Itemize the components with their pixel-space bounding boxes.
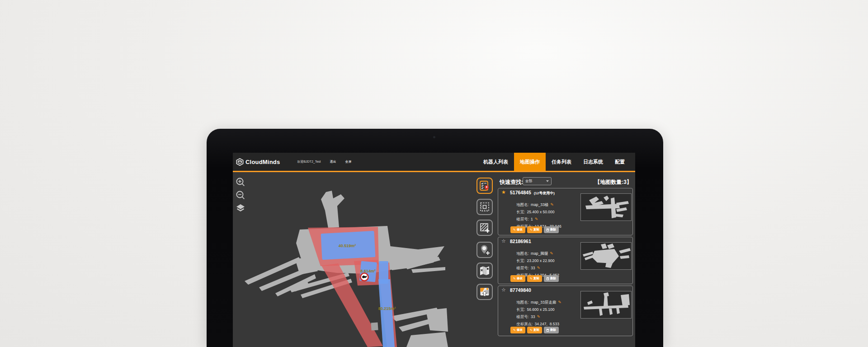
map-tools (235, 177, 247, 214)
favorite-star-icon[interactable]: ★ (501, 189, 506, 195)
zoom-in-button[interactable] (235, 177, 246, 188)
brand-name: CloudMinds (245, 159, 280, 165)
map-card-title: 87749840 (510, 287, 531, 293)
brand: CloudMinds (233, 158, 280, 166)
map-card: ☆ 87749840 地图名:map_33层走廊✎ 长宽:56.600 x 25… (498, 286, 633, 336)
edit-pencil-icon[interactable]: ✎ (558, 300, 561, 305)
map-in-use-suffix: (12号使用中) (534, 191, 555, 195)
nav-item-config[interactable]: 配置 (609, 153, 631, 171)
edit-pencil-icon: ✎ (513, 328, 516, 332)
edit-map-button[interactable]: ✎修改 (510, 226, 525, 233)
trash-icon (547, 329, 549, 332)
map-card: ★ 51764845 (12号使用中) 地图名:map_33楼✎ 长宽:25.4… (498, 188, 633, 235)
map-delete-icon (479, 265, 491, 277)
delete-map-button[interactable]: 删除 (544, 327, 559, 333)
delete-map-button[interactable]: 删除 (544, 226, 559, 233)
delete-map-button[interactable]: 删除 (544, 275, 559, 282)
map-thumbnail[interactable] (580, 291, 632, 319)
card-buttons: ✎修改 ✎复制 删除 (510, 275, 559, 282)
delete-map-tool-button[interactable] (476, 263, 493, 279)
area-label-1: 40.519m² (339, 244, 356, 248)
nav-item-robot-list[interactable]: 机器人列表 (477, 153, 514, 171)
map-id: 51764845 (510, 190, 531, 195)
map-thumbnail[interactable] (580, 242, 632, 270)
edit-pencil-icon: ✎ (530, 228, 533, 232)
edit-pencil-icon: ✎ (513, 228, 516, 232)
edit-pencil-icon: ✎ (513, 277, 516, 281)
fullscreen-link[interactable]: 全屏 (345, 159, 352, 164)
welcome-area: 欢迎BJDT2_Test 退出 全屏 (297, 159, 351, 164)
select-area-tool-button[interactable] (476, 199, 493, 215)
card-buttons: ✎修改 ✎复制 删除 (510, 327, 559, 333)
upload-map-tool-button[interactable] (476, 284, 493, 300)
select-area-icon (479, 201, 491, 213)
add-poi-tool-button[interactable] (476, 242, 493, 258)
map-card: ☆ 82186961 地图名:map_脚腿✎ 长宽:23.200 x 22.90… (498, 237, 633, 284)
map-thumbnail[interactable] (580, 193, 632, 221)
map-card-title: 51764845 (12号使用中) (510, 190, 555, 196)
add-region-tool-button[interactable] (476, 220, 493, 236)
welcome-text: 欢迎BJDT2_Test (297, 159, 321, 164)
trash-icon (547, 229, 549, 231)
trash-icon (547, 277, 549, 280)
copy-map-button[interactable]: ✎复制 (527, 275, 542, 282)
area-label-2: 8.614m² (360, 269, 376, 273)
favorite-star-icon[interactable]: ☆ (501, 287, 506, 293)
edit-pencil-icon: ✎ (530, 277, 533, 281)
occupancy-grid-shapes (245, 191, 448, 347)
filter-selected-value: 全部 (525, 179, 532, 183)
area-label-3: 80.215m² (378, 306, 396, 311)
record-list-tool-button[interactable] (476, 178, 493, 194)
nav-item-map-ops[interactable]: 地图操作 (514, 153, 546, 171)
edit-pencil-icon: ✎ (530, 328, 533, 332)
map-card-title: 82186961 (510, 239, 531, 244)
hatched-area-plus-icon (479, 222, 491, 234)
zoom-out-button[interactable] (235, 190, 246, 201)
nav-menu: 机器人列表 地图操作 任务列表 日志系统 配置 (477, 153, 635, 171)
map-count-label: 【地图数量:3】 (594, 178, 632, 186)
nav-item-task-list[interactable]: 任务列表 (546, 153, 577, 171)
webcam-dot (433, 136, 435, 138)
zoom-out-icon (236, 190, 245, 200)
zoom-in-icon (236, 177, 245, 187)
filter-dropdown[interactable]: 全部 (523, 177, 552, 185)
finder-label: 快速查找: (500, 178, 523, 186)
chevron-down-icon (546, 180, 549, 182)
logout-link[interactable]: 退出 (330, 159, 336, 164)
map-upload-arrow-icon (479, 286, 491, 298)
checklist-pin-icon (479, 180, 491, 192)
navbar: CloudMinds 欢迎BJDT2_Test 退出 全屏 机器人列表 地图操作… (233, 153, 635, 172)
edit-map-button[interactable]: ✎修改 (510, 275, 525, 282)
copy-map-button[interactable]: ✎复制 (527, 226, 542, 233)
edit-map-button[interactable]: ✎修改 (510, 327, 525, 333)
layers-icon (236, 204, 245, 213)
map-pin-plus-icon (479, 244, 491, 256)
cloudminds-logo-icon (236, 158, 244, 166)
app-screen: CloudMinds 欢迎BJDT2_Test 退出 全屏 机器人列表 地图操作… (233, 153, 635, 347)
copy-map-button[interactable]: ✎复制 (527, 327, 542, 333)
nav-item-log-system[interactable]: 日志系统 (577, 153, 609, 171)
finder-bar: 快速查找: 全部 【地图数量:3】 (500, 177, 633, 186)
layers-button[interactable] (235, 203, 246, 214)
map-obstacle-rect (371, 322, 378, 330)
map-id: 87749840 (510, 287, 531, 293)
card-buttons: ✎修改 ✎复制 删除 (510, 226, 559, 233)
favorite-star-icon[interactable]: ☆ (501, 238, 506, 244)
map-id: 82186961 (510, 239, 531, 244)
no-entry-sign (361, 273, 368, 281)
